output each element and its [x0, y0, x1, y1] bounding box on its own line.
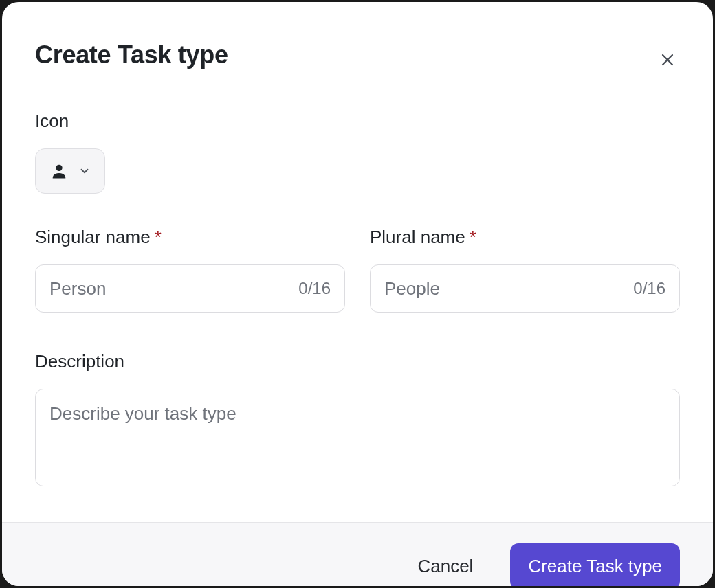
modal-header: Create Task type — [35, 41, 680, 72]
icon-label: Icon — [35, 111, 680, 132]
required-indicator: * — [155, 227, 162, 247]
singular-char-counter: 0/16 — [298, 279, 331, 298]
cancel-button[interactable]: Cancel — [412, 549, 478, 584]
plural-label-text: Plural name — [370, 227, 465, 247]
chevron-down-icon — [78, 165, 91, 177]
singular-name-field: Singular name* 0/16 — [35, 227, 345, 313]
singular-label-text: Singular name — [35, 227, 151, 247]
modal-body: Create Task type Icon — [2, 2, 713, 522]
plural-input-wrapper: 0/16 — [370, 264, 680, 313]
create-task-type-button[interactable]: Create Task type — [510, 543, 680, 586]
svg-point-2 — [56, 165, 62, 171]
modal-footer: Cancel Create Task type — [2, 522, 713, 586]
plural-name-label: Plural name* — [370, 227, 680, 248]
close-icon — [659, 52, 676, 68]
required-indicator: * — [470, 227, 476, 247]
singular-name-input[interactable] — [50, 278, 290, 299]
description-label: Description — [35, 351, 680, 372]
icon-selector[interactable] — [35, 148, 105, 194]
plural-char-counter: 0/16 — [633, 279, 666, 298]
close-button[interactable] — [655, 47, 680, 72]
name-fields-row: Singular name* 0/16 Plural name* 0/16 — [35, 227, 680, 313]
modal-title: Create Task type — [35, 41, 228, 69]
icon-field: Icon — [35, 111, 680, 194]
singular-name-label: Singular name* — [35, 227, 345, 248]
description-textarea[interactable] — [35, 389, 680, 486]
person-icon — [50, 161, 69, 181]
create-task-type-modal: Create Task type Icon — [2, 2, 713, 586]
description-field: Description — [35, 351, 680, 489]
plural-name-input[interactable] — [384, 278, 625, 299]
plural-name-field: Plural name* 0/16 — [370, 227, 680, 313]
singular-input-wrapper: 0/16 — [35, 264, 345, 313]
